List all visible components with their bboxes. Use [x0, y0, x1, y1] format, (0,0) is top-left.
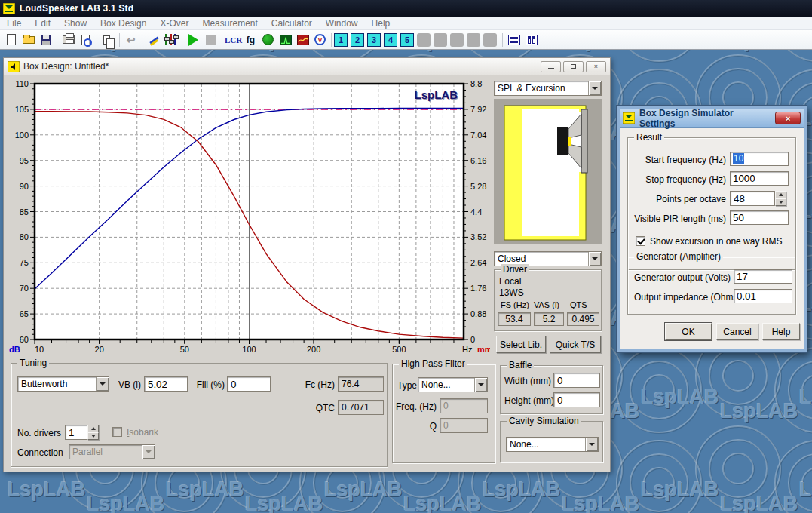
svg-text:1.76: 1.76: [470, 284, 486, 293]
tools-button[interactable]: [145, 31, 162, 48]
generator-button[interactable]: [259, 31, 277, 48]
new-file-button[interactable]: [2, 31, 20, 48]
fc-value: 76.4: [338, 376, 384, 392]
fs-column-header: FS (Hz): [501, 300, 529, 309]
svg-text:LspLAB: LspLAB: [799, 478, 812, 501]
hpf-type-selector[interactable]: None...: [418, 377, 488, 392]
minimize-button[interactable]: [541, 61, 561, 72]
visible-pir-length-input[interactable]: [730, 210, 789, 225]
box-design-title: Box Design: Untitled*: [23, 61, 109, 72]
baffle-width-label: Width (mm): [504, 376, 551, 386]
page-2-button[interactable]: 2: [351, 33, 364, 47]
view-selector-dropdown-button[interactable]: [588, 81, 601, 95]
output-impedance-input[interactable]: [734, 289, 792, 303]
impedance-chart-button[interactable]: [277, 31, 294, 48]
vb-input[interactable]: [144, 376, 188, 392]
close-window-button[interactable]: ×: [586, 61, 606, 72]
connection-selector[interactable]: Parallel: [69, 444, 155, 459]
svg-text:LspLAB: LspLAB: [245, 493, 323, 513]
spin-up-button[interactable]: [87, 425, 99, 432]
dialog-content: Result Start frequency (Hz) 10 Stop freq…: [620, 128, 803, 349]
tuning-group-label: Tuning: [17, 358, 49, 368]
select-lib-button[interactable]: Select Lib.: [496, 336, 546, 353]
undo-button[interactable]: ↩: [122, 31, 139, 48]
generator-output-input[interactable]: [734, 269, 792, 284]
menu-item-file[interactable]: File: [0, 17, 28, 29]
box-design-title-bar[interactable]: Box Design: Untitled* ×: [4, 58, 610, 75]
help-button[interactable]: Help: [762, 323, 800, 340]
restore-button[interactable]: [563, 61, 584, 72]
points-per-octave-spinner[interactable]: [730, 191, 786, 206]
menu-item-x-over[interactable]: X-Over: [153, 17, 195, 29]
view-selector[interactable]: SPL & Excursion: [494, 81, 602, 96]
menu-item-window[interactable]: Window: [319, 17, 365, 29]
stop-frequency-label: Stop frequency (Hz): [628, 174, 726, 185]
menu-item-measurement[interactable]: Measurement: [195, 17, 264, 29]
dialog-title-bar[interactable]: Box Design Simulator Settings ×: [620, 109, 804, 128]
points-per-octave-input[interactable]: [730, 191, 775, 206]
no-drivers-spinner[interactable]: [65, 425, 99, 440]
page-5-button[interactable]: 5: [400, 33, 414, 47]
print-preview-button[interactable]: [77, 31, 94, 48]
app-logo-icon: [3, 3, 15, 14]
connection-dropdown-button[interactable]: [142, 445, 155, 459]
open-file-button[interactable]: [20, 31, 37, 48]
baffle-width-input[interactable]: [553, 373, 600, 388]
qtc-label: QTC: [297, 403, 335, 413]
hpf-type-dropdown-button[interactable]: [474, 378, 487, 392]
dialog-close-button[interactable]: ×: [775, 112, 801, 124]
toolbar-separator: [119, 33, 120, 47]
cavity-dropdown-button[interactable]: [585, 438, 598, 451]
page-4-button[interactable]: 4: [384, 33, 397, 47]
menu-item-show[interactable]: Show: [57, 17, 93, 29]
quick-ts-button[interactable]: Quick T/S: [550, 336, 601, 353]
hpf-type-label: Type: [397, 380, 417, 391]
page-1-button[interactable]: 1: [334, 33, 348, 47]
copy-button[interactable]: [100, 31, 117, 48]
disabled-page-button: [450, 33, 464, 47]
spin-up-button[interactable]: [775, 191, 786, 198]
play-button[interactable]: [185, 31, 202, 48]
save-button[interactable]: [37, 31, 54, 48]
driver-group: Driver Focal 13WS FS (Hz) VAS (l) QTS 53…: [494, 269, 602, 331]
cavity-selector[interactable]: None...: [506, 437, 599, 452]
start-frequency-input[interactable]: 10: [730, 152, 789, 166]
tile-horizontal-button[interactable]: [505, 31, 522, 48]
start-frequency-value: 10: [733, 153, 744, 164]
svg-text:5.28: 5.28: [470, 182, 486, 191]
print-button[interactable]: [60, 31, 77, 48]
alignment-selector[interactable]: Butterworth: [17, 376, 109, 392]
ok-button[interactable]: OK: [665, 323, 712, 340]
show-excursion-checkbox[interactable]: [636, 236, 645, 246]
stop-button[interactable]: [202, 31, 219, 48]
start-frequency-label: Start frequency (Hz): [628, 155, 726, 165]
mixer-button[interactable]: [162, 31, 179, 48]
spin-down-button[interactable]: [87, 432, 99, 440]
fill-input[interactable]: [227, 376, 271, 392]
cancel-button[interactable]: Cancel: [716, 323, 758, 340]
lcr-meter-button[interactable]: LCR: [225, 31, 242, 48]
baffle-height-input[interactable]: [553, 392, 600, 407]
tile-vertical-button[interactable]: [522, 31, 540, 48]
baffle-height-label: Height (mm): [504, 395, 554, 406]
spl-chart-button[interactable]: [294, 31, 311, 48]
generator-fg-button[interactable]: fg: [242, 31, 259, 48]
menu-item-help[interactable]: Help: [365, 17, 397, 29]
spin-down-button[interactable]: [775, 198, 786, 206]
menu-item-calculator[interactable]: Calculator: [265, 17, 319, 29]
svg-text:LspLAB: LspLAB: [87, 50, 165, 51]
page-3-button[interactable]: 3: [367, 33, 381, 47]
svg-text:LspLAB: LspLAB: [245, 50, 323, 51]
printer-icon: [63, 35, 75, 44]
no-drivers-input[interactable]: [65, 425, 87, 440]
enclosure-type-dropdown-button[interactable]: [588, 252, 601, 266]
svg-text:80: 80: [20, 232, 29, 241]
mdi-area: LspLABLspLABLspLABLspLABLspLABLspLABLspL…: [0, 50, 812, 513]
menu-item-box-design[interactable]: Box Design: [93, 17, 153, 29]
screen: { "app": { "title": "LoudSpeaker LAB 3.1…: [0, 0, 812, 513]
menu-item-edit[interactable]: Edit: [28, 17, 57, 29]
svg-text:10: 10: [35, 345, 44, 354]
isobarik-checkbox[interactable]: [112, 427, 122, 437]
voltage-calc-button[interactable]: V: [311, 31, 329, 48]
stop-frequency-input[interactable]: [730, 171, 789, 186]
